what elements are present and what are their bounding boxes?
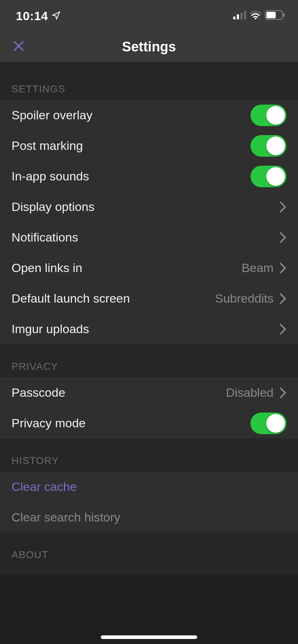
- row-label: In-app sounds: [12, 169, 245, 183]
- row-label: Imgur uploads: [12, 322, 274, 336]
- toggle-knob: [266, 167, 285, 186]
- svg-rect-7: [283, 13, 285, 17]
- row-clear-search-history[interactable]: Clear search history: [0, 502, 298, 533]
- svg-rect-2: [240, 13, 243, 19]
- toggle-knob: [266, 106, 285, 125]
- row-default-launch-screen[interactable]: Default launch screen Subreddits: [0, 283, 298, 314]
- row-notifications[interactable]: Notifications: [0, 222, 298, 253]
- chevron-right-icon: [279, 387, 286, 399]
- row-label: Privacy mode: [12, 416, 245, 430]
- toggle-knob: [266, 137, 285, 155]
- settings-content: SETTINGS Spoiler overlay Post marking In…: [0, 62, 298, 575]
- svg-rect-6: [266, 12, 276, 18]
- svg-point-4: [255, 18, 256, 19]
- row-value: Disabled: [226, 386, 274, 400]
- svg-rect-0: [233, 17, 235, 19]
- section-header-history: HISTORY: [0, 438, 298, 472]
- section-header-privacy: PRIVACY: [0, 344, 298, 377]
- status-left: 10:14: [16, 9, 61, 23]
- battery-icon: [265, 10, 285, 21]
- row-clear-cache[interactable]: Clear cache: [0, 472, 298, 502]
- row-post-marking[interactable]: Post marking: [0, 130, 298, 161]
- close-icon: [12, 40, 25, 54]
- row-privacy-mode[interactable]: Privacy mode: [0, 408, 298, 438]
- location-arrow-icon: [51, 9, 61, 23]
- home-indicator[interactable]: [101, 635, 197, 639]
- row-display-options[interactable]: Display options: [0, 192, 298, 222]
- section-header-settings: SETTINGS: [0, 62, 298, 100]
- chevron-right-icon: [279, 262, 286, 274]
- row-label: Display options: [12, 200, 274, 214]
- toggle-knob: [266, 414, 285, 433]
- row-label: Clear cache: [12, 480, 286, 494]
- row-label: Open links in: [12, 261, 236, 275]
- close-button[interactable]: [10, 38, 27, 55]
- row-spoiler-overlay[interactable]: Spoiler overlay: [0, 100, 298, 130]
- row-label: Spoiler overlay: [12, 108, 245, 122]
- toggle-spoiler-overlay[interactable]: [250, 105, 286, 126]
- wifi-icon: [250, 11, 261, 21]
- row-label: Passcode: [12, 386, 220, 400]
- status-bar: 10:14: [0, 0, 298, 32]
- row-passcode[interactable]: Passcode Disabled: [0, 377, 298, 408]
- cellular-icon: [233, 11, 246, 21]
- svg-rect-3: [244, 11, 246, 19]
- toggle-privacy-mode[interactable]: [250, 413, 286, 434]
- row-label: Default launch screen: [12, 291, 209, 305]
- row-value: Beam: [241, 261, 274, 275]
- row-label: Clear search history: [12, 510, 286, 524]
- row-label: Post marking: [12, 139, 245, 153]
- toggle-post-marking[interactable]: [250, 135, 286, 157]
- status-time: 10:14: [16, 9, 48, 23]
- chevron-right-icon: [279, 232, 286, 243]
- page-title: Settings: [122, 39, 176, 55]
- chevron-right-icon: [279, 293, 286, 304]
- nav-bar: Settings: [0, 32, 298, 62]
- chevron-right-icon: [279, 201, 286, 213]
- row-value: Subreddits: [215, 291, 274, 305]
- row-open-links-in[interactable]: Open links in Beam: [0, 253, 298, 283]
- chevron-right-icon: [279, 323, 286, 335]
- toggle-in-app-sounds[interactable]: [250, 166, 286, 187]
- status-right: [233, 10, 285, 21]
- row-in-app-sounds[interactable]: In-app sounds: [0, 161, 298, 192]
- row-label: Notifications: [12, 230, 274, 244]
- section-header-about: ABOUT: [0, 533, 298, 575]
- row-imgur-uploads[interactable]: Imgur uploads: [0, 314, 298, 344]
- svg-rect-1: [237, 14, 239, 19]
